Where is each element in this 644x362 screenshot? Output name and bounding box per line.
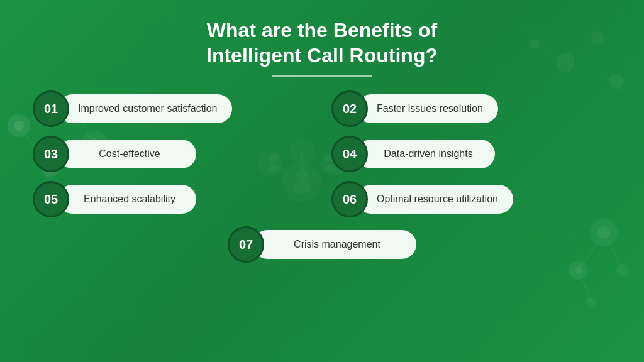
benefit-label-01: Improved customer satisfaction bbox=[58, 94, 232, 123]
benefit-item-01: 01 Improved customer satisfaction bbox=[33, 90, 313, 127]
benefit-label-02: Faster issues resolution bbox=[357, 94, 498, 123]
benefit-number-03: 03 bbox=[33, 136, 69, 172]
benefit-label-03: Cost-effective bbox=[58, 140, 196, 168]
benefit-item-03: 03 Cost-effective bbox=[33, 136, 313, 172]
main-container: What are the Benefits of Intelligent Cal… bbox=[0, 0, 644, 362]
benefit-item-04: 04 Data-driven insights bbox=[331, 136, 611, 172]
benefit-number-01: 01 bbox=[33, 90, 69, 127]
benefit-number-04: 04 bbox=[331, 136, 368, 172]
benefit-number-05: 05 bbox=[33, 181, 69, 217]
page-title: What are the Benefits of Intelligent Cal… bbox=[206, 18, 438, 68]
benefit-label-06: Optimal resource utilization bbox=[357, 185, 513, 214]
benefits-grid: 01 Improved customer satisfaction 02 Fas… bbox=[33, 90, 611, 263]
benefit-number-06: 06 bbox=[331, 181, 368, 217]
benefit-number-07: 07 bbox=[228, 226, 264, 263]
title-divider bbox=[272, 75, 372, 77]
benefit-item-05: 05 Enhanced scalability bbox=[33, 181, 313, 217]
benefit-label-07: Crisis management bbox=[253, 230, 416, 259]
benefit-item-07: 07 Crisis management bbox=[33, 226, 611, 263]
benefit-label-05: Enhanced scalability bbox=[58, 185, 196, 214]
page-background: What are the Benefits of Intelligent Cal… bbox=[0, 0, 644, 362]
benefit-item-06: 06 Optimal resource utilization bbox=[331, 181, 611, 217]
benefit-label-04: Data-driven insights bbox=[357, 140, 495, 168]
benefit-item-02: 02 Faster issues resolution bbox=[331, 90, 611, 127]
benefit-number-02: 02 bbox=[331, 90, 368, 127]
